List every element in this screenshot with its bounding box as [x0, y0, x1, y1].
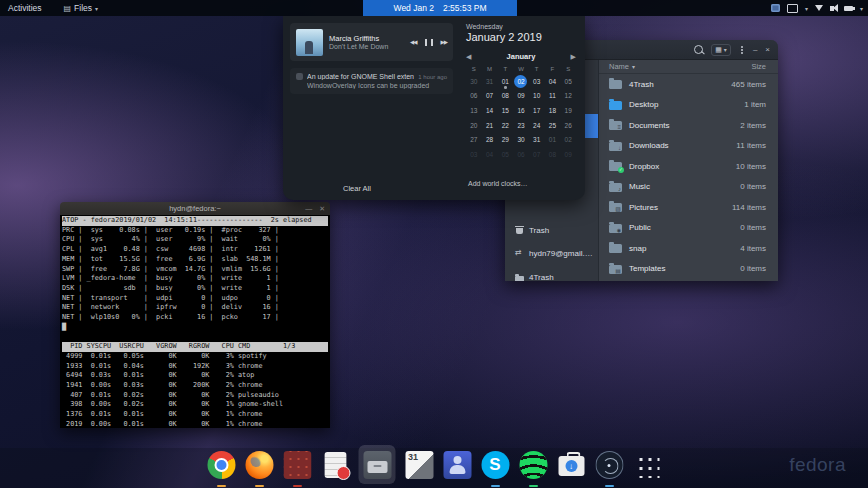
notification-time: 1 hour ago	[418, 74, 447, 80]
calendar-day[interactable]: 04	[545, 74, 561, 89]
calendar-day[interactable]: 24	[529, 118, 545, 133]
calendar-day[interactable]: 20	[466, 118, 482, 133]
file-row[interactable]: Pictures 114 items	[599, 197, 778, 218]
calendar-day[interactable]: 04	[482, 147, 498, 162]
calendar-day[interactable]: 03	[529, 74, 545, 89]
minimize-button[interactable]: –	[753, 45, 757, 54]
calendar-day[interactable]: 08	[545, 147, 561, 162]
calendar-day[interactable]: 14	[482, 103, 498, 118]
calendar-day[interactable]: 22	[497, 118, 513, 133]
close-button[interactable]: ✕	[319, 205, 325, 213]
dock-google-chrome[interactable]	[207, 451, 236, 484]
file-row[interactable]: 4Trash 465 items	[599, 74, 778, 95]
calendar-day[interactable]: 17	[529, 103, 545, 118]
size-column-header[interactable]: Size	[751, 62, 766, 71]
dock-show-applications[interactable]	[633, 451, 662, 484]
text-editor-icon	[324, 452, 346, 478]
calendar-day[interactable]: 26	[560, 118, 576, 133]
process-row: 1941 0.00s 0.03s 0K 200K 2% chrome	[62, 381, 328, 391]
close-button[interactable]: ×	[765, 45, 770, 54]
remote-location-icon	[515, 249, 524, 258]
process-row: 6494 0.03s 0.01s 0K 0K 2% atop	[62, 371, 328, 381]
calendar-day[interactable]: 23	[513, 118, 529, 133]
sidebar-selected-item-highlight[interactable]	[585, 114, 598, 138]
calendar-day[interactable]: 06	[513, 147, 529, 162]
file-row[interactable]: Desktop 1 item	[599, 95, 778, 116]
calendar-day[interactable]: 28	[482, 132, 498, 147]
file-row[interactable]: Downloads 11 items	[599, 136, 778, 157]
calendar-day[interactable]: 31	[529, 132, 545, 147]
search-button[interactable]	[694, 45, 703, 54]
calendar-day[interactable]: 27	[466, 132, 482, 147]
calendar-day[interactable]: 13	[466, 103, 482, 118]
system-tray[interactable]: ▾ ▾	[771, 0, 863, 16]
spotify-icon	[519, 451, 547, 479]
calendar-day[interactable]: 01	[497, 74, 513, 89]
file-row[interactable]: Public 0 items	[599, 218, 778, 239]
dock-red-tiles-app[interactable]	[283, 451, 312, 484]
terminal-line: NET | wlp10s0 0% | pcki 16 | pcko 17 |	[62, 313, 328, 323]
calendar-day[interactable]: 30	[466, 74, 482, 89]
sidebar-item-4trash[interactable]: 4Trash	[515, 270, 554, 281]
folder-icon	[609, 203, 622, 212]
activities-button[interactable]: Activities	[8, 3, 42, 13]
dock-skype[interactable]: S	[481, 451, 510, 484]
update-notification[interactable]: An update for GNOME Shell extensions av……	[290, 68, 453, 94]
minimize-button[interactable]: —	[305, 205, 312, 212]
clock-button[interactable]: Wed Jan 2 2:55:53 PM	[363, 0, 517, 16]
calendar-day[interactable]: 01	[545, 132, 561, 147]
calendar-day[interactable]: 18	[545, 103, 561, 118]
terminal-titlebar[interactable]: hydn@fedora:~ — ✕	[60, 202, 330, 215]
sidebar-item-google-account[interactable]: hydn79@gmail.…	[515, 246, 593, 260]
clear-all-button[interactable]: Clear All	[343, 184, 645, 193]
dock-text-editor[interactable]	[321, 451, 350, 484]
calendar-day[interactable]: 29	[497, 132, 513, 147]
previous-track-button[interactable]: ◀◀	[410, 39, 416, 45]
menu-button[interactable]	[739, 49, 745, 51]
view-toggle-button[interactable]: ▦▾	[711, 44, 731, 56]
dock-files[interactable]	[359, 445, 396, 484]
calendar-day[interactable]: 03	[466, 147, 482, 162]
previous-month-button[interactable]: ◀	[466, 53, 478, 61]
calendar-day[interactable]: 02	[560, 132, 576, 147]
calendar-day[interactable]: 19	[560, 103, 576, 118]
calendar-day[interactable]: 25	[545, 118, 561, 133]
sidebar-item-trash[interactable]: Trash	[515, 223, 549, 237]
calendar-day[interactable]: 10	[529, 89, 545, 104]
calendar-day[interactable]: 06	[466, 89, 482, 104]
dock-calendar[interactable]	[405, 451, 434, 484]
file-row[interactable]: Templates 0 items	[599, 259, 778, 280]
calendar-day[interactable]: 11	[545, 89, 561, 104]
pause-button[interactable]	[425, 39, 433, 46]
calendar-day[interactable]: 21	[482, 118, 498, 133]
calendar-day[interactable]: 07	[529, 147, 545, 162]
dock-contacts[interactable]	[443, 451, 472, 484]
name-column-header[interactable]: Name▾	[609, 62, 751, 71]
next-month-button[interactable]: ▶	[564, 53, 576, 61]
file-row[interactable]: Dropbox 10 items	[599, 156, 778, 177]
calendar-day[interactable]: 07	[482, 89, 498, 104]
calendar-day[interactable]: 08	[497, 89, 513, 104]
calendar-day[interactable]: 09	[513, 89, 529, 104]
calendar-day[interactable]: 31	[482, 74, 498, 89]
calendar-day[interactable]: 16	[513, 103, 529, 118]
dock-software[interactable]	[557, 451, 586, 484]
app-menu-files[interactable]: ▤ Files ▾	[64, 3, 99, 13]
calendar-day[interactable]: 05	[560, 74, 576, 89]
terminal-line: LVM | _fedora-home | busy 0% | write 1 |	[62, 274, 328, 284]
dock-spotify[interactable]	[519, 451, 548, 484]
calendar-day[interactable]: 09	[560, 147, 576, 162]
calendar-day[interactable]: 15	[497, 103, 513, 118]
calendar-day[interactable]: 12	[560, 89, 576, 104]
day-header: M	[482, 66, 498, 72]
running-indicator	[491, 485, 500, 487]
dock-firefox[interactable]	[245, 451, 274, 484]
file-row[interactable]: snap 4 items	[599, 238, 778, 259]
next-track-button[interactable]: ▶▶	[441, 39, 447, 45]
calendar-day[interactable]: 30	[513, 132, 529, 147]
calendar-day[interactable]: 02	[513, 74, 529, 89]
media-player-notification[interactable]: Marcia Griffiths Don't Let Me Down ◀◀ ▶▶	[290, 23, 453, 61]
calendar-day[interactable]: 05	[497, 147, 513, 162]
dock-dark-circle-app[interactable]	[595, 451, 624, 484]
file-row[interactable]: Documents 2 items	[599, 115, 778, 136]
